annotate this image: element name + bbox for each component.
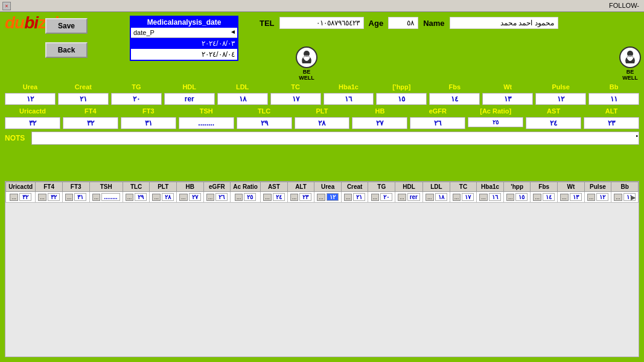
table-cell-5[interactable]: ٢٨... — [150, 192, 177, 203]
cell-btn-12[interactable]: ... — [344, 194, 352, 201]
cell-btn-6[interactable]: ... — [179, 194, 188, 201]
cell-val-14[interactable]: rer — [407, 193, 420, 201]
table-cell-4[interactable]: ٢٩... — [123, 192, 150, 203]
lab-value-2[interactable] — [111, 93, 162, 105]
cell-btn-21[interactable]: ... — [587, 194, 596, 201]
table-cell-7[interactable]: ٢٦... — [203, 192, 231, 203]
lab-value-7[interactable] — [376, 93, 427, 105]
cell-btn-10[interactable]: ... — [290, 194, 299, 201]
cell-val-17[interactable]: ١٦ — [489, 193, 501, 201]
cell-val-20[interactable]: ١٣ — [570, 193, 582, 201]
table-cell-6[interactable]: ٢٧... — [177, 192, 204, 203]
cell-val-16[interactable]: ١٧ — [462, 193, 474, 201]
table-cell-0[interactable]: ٣٢... — [6, 192, 36, 203]
date-dropdown[interactable]: Medicalanalysis_date date_P ◄ ٢٠٢٤/٠٨/٠٣… — [130, 16, 238, 61]
table-cell-3[interactable]: ........... — [89, 192, 123, 203]
lab-value2-5[interactable] — [295, 117, 350, 129]
cell-val-8[interactable]: ٢٥ — [244, 193, 256, 201]
cell-btn-2[interactable]: ... — [65, 194, 74, 201]
table-cell-15[interactable]: ١٨... — [423, 192, 450, 203]
table-cell-14[interactable]: rer... — [395, 192, 423, 203]
cell-val-13[interactable]: ٢٠ — [380, 193, 392, 201]
lab-value2-4[interactable] — [237, 117, 292, 129]
cell-val-18[interactable]: ١٥ — [515, 193, 528, 201]
cell-val-19[interactable]: ١٤ — [543, 193, 555, 201]
lab-value-5[interactable] — [270, 93, 321, 105]
cell-btn-1[interactable]: ... — [38, 194, 46, 201]
cell-val-1[interactable]: ٣٢ — [48, 193, 60, 201]
cell-btn-4[interactable]: ... — [126, 194, 134, 201]
cell-btn-13[interactable]: ... — [371, 194, 380, 201]
lab-value-8[interactable] — [429, 93, 480, 105]
back-button[interactable]: Back — [45, 42, 88, 58]
table-cell-16[interactable]: ١٧... — [450, 192, 477, 203]
lab-value2-3[interactable] — [179, 117, 234, 129]
lab-value2-8[interactable] — [468, 117, 523, 127]
lab-value-4[interactable] — [217, 93, 268, 105]
cell-btn-0[interactable]: ... — [10, 194, 18, 201]
save-button[interactable]: Save — [45, 18, 88, 34]
table-cell-8[interactable]: ٢٥... — [231, 192, 261, 203]
table-cell-21[interactable]: ١٢... — [584, 192, 611, 203]
lab-value2-0[interactable] — [5, 117, 60, 129]
cell-val-3[interactable]: ........ — [101, 193, 120, 201]
close-button[interactable]: × — [2, 2, 11, 10]
table-cell-18[interactable]: ١٥... — [503, 192, 531, 203]
table-cell-11[interactable]: ١٢... — [314, 192, 342, 203]
table-cell-10[interactable]: ٢٣... — [287, 192, 314, 203]
cell-btn-11[interactable]: ... — [317, 194, 325, 201]
cell-val-21[interactable]: ١٢ — [596, 193, 608, 201]
cell-val-7[interactable]: ٢٦ — [215, 193, 228, 201]
cell-btn-22[interactable]: ... — [614, 194, 622, 201]
scroll-right-icon[interactable]: ► — [629, 192, 637, 202]
cell-btn-5[interactable]: ... — [152, 194, 161, 201]
cell-val-10[interactable]: ٢٣ — [299, 193, 311, 201]
table-cell-17[interactable]: ١٦... — [477, 192, 504, 203]
date-option-2[interactable]: ٢٠٢٤/٠٨/٠٤ — [131, 49, 237, 60]
lab-value2-1[interactable] — [63, 117, 118, 129]
table-cell-19[interactable]: ١٤... — [531, 192, 558, 203]
lab-value-3[interactable] — [164, 93, 215, 105]
cell-btn-7[interactable]: ... — [206, 194, 215, 201]
cell-val-9[interactable]: ٢٤ — [273, 193, 285, 201]
table-cell-9[interactable]: ٢٤... — [261, 192, 288, 203]
lab-value-0[interactable] — [5, 93, 56, 105]
table-cell-12[interactable]: ٢١... — [341, 192, 368, 203]
cell-val-12[interactable]: ٢١ — [353, 193, 365, 201]
lab-value2-9[interactable] — [526, 117, 581, 129]
date-option-1[interactable]: ٢٠٢٤/٠٨/٠٣ — [131, 38, 237, 49]
cell-val-15[interactable]: ١٨ — [435, 193, 447, 201]
cell-btn-14[interactable]: ... — [398, 194, 406, 201]
cell-btn-15[interactable]: ... — [426, 194, 434, 201]
lab-value-11[interactable] — [588, 93, 639, 105]
cell-btn-9[interactable]: ... — [263, 194, 272, 201]
cell-btn-8[interactable]: ... — [235, 194, 243, 201]
lab-value2-6[interactable] — [352, 117, 407, 129]
lab-value-9[interactable] — [482, 93, 533, 105]
lab-value2-2[interactable] — [121, 117, 176, 129]
cell-btn-19[interactable]: ... — [533, 194, 541, 201]
cell-btn-3[interactable]: ... — [92, 194, 101, 201]
lab-value2-7[interactable] — [410, 117, 465, 129]
cell-val-2[interactable]: ٣١ — [74, 193, 86, 201]
cell-btn-17[interactable]: ... — [479, 194, 488, 201]
table-cell-1[interactable]: ٣٢... — [36, 192, 63, 203]
cell-val-11[interactable]: ١٢ — [327, 193, 339, 201]
nots-input[interactable] — [31, 132, 639, 145]
lab-value-1[interactable] — [58, 93, 109, 105]
cell-val-0[interactable]: ٣٢ — [19, 193, 31, 201]
cell-val-5[interactable]: ٢٨ — [162, 193, 174, 201]
cell-btn-18[interactable]: ... — [506, 194, 515, 201]
age-input[interactable] — [388, 17, 418, 29]
table-cell-20[interactable]: ١٣... — [558, 192, 585, 203]
table-cell-2[interactable]: ٣١... — [62, 192, 89, 203]
tel-input[interactable] — [279, 17, 364, 29]
table-cell-13[interactable]: ٢٠... — [368, 192, 395, 203]
name-input[interactable] — [450, 17, 558, 29]
lab-value2-10[interactable] — [584, 117, 639, 129]
cell-val-4[interactable]: ٢٩ — [135, 193, 147, 201]
cell-btn-16[interactable]: ... — [453, 194, 461, 201]
lab-value-10[interactable] — [535, 93, 586, 105]
cell-btn-20[interactable]: ... — [560, 194, 569, 201]
cell-val-6[interactable]: ٢٧ — [189, 193, 201, 201]
